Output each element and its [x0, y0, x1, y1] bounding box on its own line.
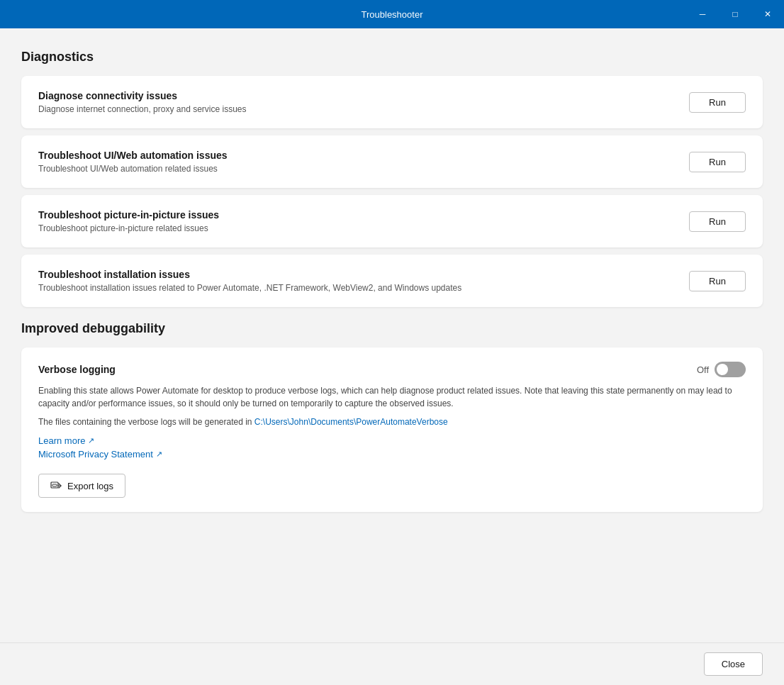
window-controls: ─ □ ✕	[686, 0, 784, 28]
verbose-toggle[interactable]	[715, 362, 746, 377]
export-logs-button[interactable]: Export logs	[38, 474, 125, 498]
toggle-label: Off	[697, 364, 709, 375]
verbose-title: Verbose logging	[38, 364, 116, 375]
verbose-description: Enabling this state allows Power Automat…	[38, 384, 746, 410]
pip-card-desc: Troubleshoot picture-in-picture related …	[38, 223, 675, 233]
learn-more-label: Learn more	[38, 435, 85, 446]
installation-card-content: Troubleshoot installation issues Trouble…	[38, 269, 689, 293]
connectivity-card-content: Diagnose connectivity issues Diagnose in…	[38, 90, 689, 114]
verbose-header: Verbose logging Off	[38, 362, 746, 377]
privacy-external-icon: ↗	[156, 450, 162, 459]
ui-automation-card-content: Troubleshoot UI/Web automation issues Tr…	[38, 150, 689, 174]
pip-card-title: Troubleshoot picture-in-picture issues	[38, 209, 675, 221]
maximize-button[interactable]: □	[719, 0, 751, 28]
content-area: Diagnostics Diagnose connectivity issues…	[0, 28, 784, 642]
diagnostics-section-title: Diagnostics	[21, 50, 763, 65]
close-button[interactable]: Close	[704, 652, 763, 676]
ui-automation-run-button[interactable]: Run	[689, 152, 746, 172]
pip-card: Troubleshoot picture-in-picture issues T…	[21, 195, 763, 247]
connectivity-run-button[interactable]: Run	[689, 92, 746, 113]
window-title: Troubleshooter	[9, 9, 775, 20]
installation-card: Troubleshoot installation issues Trouble…	[21, 255, 763, 307]
title-bar: Troubleshooter ─ □ ✕	[0, 0, 784, 28]
verbose-path-line: The files containing the verbose logs wi…	[38, 417, 746, 427]
learn-more-link[interactable]: Learn more ↗	[38, 435, 746, 446]
connectivity-card-desc: Diagnose internet connection, proxy and …	[38, 104, 675, 114]
svg-rect-1	[52, 484, 57, 486]
toggle-knob	[717, 364, 728, 375]
learn-more-external-icon: ↗	[88, 436, 94, 445]
installation-card-title: Troubleshoot installation issues	[38, 269, 675, 280]
pip-run-button[interactable]: Run	[689, 211, 746, 232]
connectivity-card-title: Diagnose connectivity issues	[38, 90, 675, 101]
footer: Close	[0, 642, 784, 685]
installation-card-desc: Troubleshoot installation issues related…	[38, 283, 675, 293]
close-window-button[interactable]: ✕	[751, 0, 784, 28]
export-icon	[50, 480, 62, 491]
connectivity-card: Diagnose connectivity issues Diagnose in…	[21, 76, 763, 128]
links-section: Learn more ↗ Microsoft Privacy Statement…	[38, 435, 746, 462]
verbose-path-link[interactable]: C:\Users\John\Documents\PowerAutomateVer…	[254, 417, 448, 427]
debuggability-section-title: Improved debuggability	[21, 321, 763, 336]
minimize-button[interactable]: ─	[686, 0, 719, 28]
privacy-statement-label: Microsoft Privacy Statement	[38, 449, 153, 460]
export-logs-label: Export logs	[67, 481, 113, 491]
privacy-statement-link[interactable]: Microsoft Privacy Statement ↗	[38, 449, 746, 460]
ui-automation-card-title: Troubleshoot UI/Web automation issues	[38, 150, 675, 161]
ui-automation-card-desc: Troubleshoot UI/Web automation related i…	[38, 164, 675, 174]
pip-card-content: Troubleshoot picture-in-picture issues T…	[38, 209, 689, 233]
installation-run-button[interactable]: Run	[689, 271, 746, 291]
verbose-path-text: The files containing the verbose logs wi…	[38, 417, 254, 427]
ui-automation-card: Troubleshoot UI/Web automation issues Tr…	[21, 135, 763, 188]
toggle-area: Off	[697, 362, 746, 377]
verbose-logging-card: Verbose logging Off Enabling this state …	[21, 347, 763, 512]
